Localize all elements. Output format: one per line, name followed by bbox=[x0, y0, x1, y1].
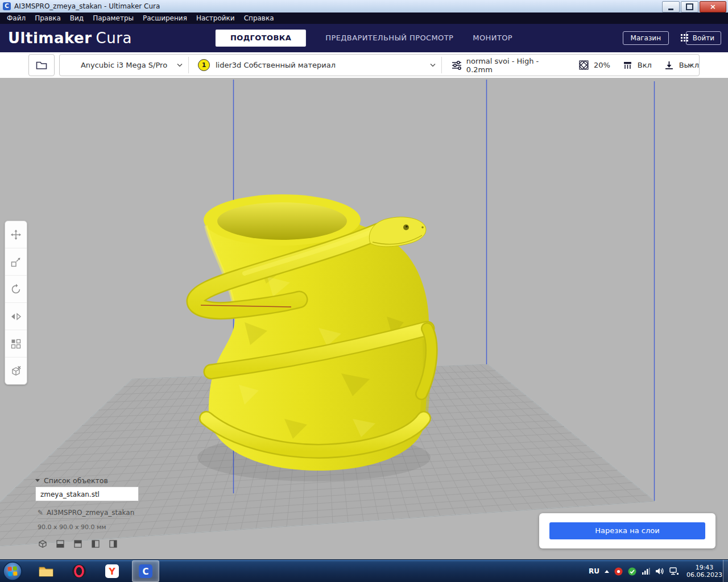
taskbar-cura-button[interactable]: C bbox=[132, 560, 159, 582]
system-tray: RU 19:43 06.06.2023 bbox=[589, 560, 722, 582]
tray-expand-button[interactable] bbox=[605, 570, 609, 573]
move-tool-button[interactable] bbox=[5, 221, 27, 248]
brand-cura: Cura bbox=[96, 30, 132, 47]
view-left-button[interactable] bbox=[89, 538, 102, 550]
taskbar-yandex-button[interactable]: Y bbox=[99, 561, 125, 581]
taskbar: Y C RU bbox=[0, 559, 728, 582]
slice-panel: Нарезка на слои bbox=[539, 513, 715, 548]
material-selector[interactable]: 1 lider3d Собственный материал bbox=[189, 55, 441, 76]
taskbar-clock: 19:43 06.06.2023 bbox=[686, 564, 722, 579]
pencil-icon: ✎ bbox=[38, 509, 43, 517]
slice-button[interactable]: Нарезка на слои bbox=[549, 522, 705, 539]
date-label: 06.06.2023 bbox=[686, 571, 722, 579]
language-indicator[interactable]: RU bbox=[589, 567, 599, 575]
tool-panel bbox=[5, 221, 27, 385]
tab-monitor[interactable]: МОНИТОР bbox=[473, 30, 512, 47]
object-list-toggle[interactable]: Список объектов bbox=[35, 476, 108, 485]
per-model-settings-button[interactable] bbox=[5, 330, 27, 357]
minimize-button[interactable] bbox=[662, 1, 680, 13]
snake-head bbox=[369, 217, 426, 247]
object-list-item[interactable]: zmeya_stakan.stl bbox=[35, 487, 139, 501]
scale-icon bbox=[10, 256, 22, 268]
menu-parameters[interactable]: Параметры bbox=[88, 13, 138, 24]
chevron-down-icon bbox=[35, 479, 40, 482]
window-title: AI3MSPRO_zmeya_stakan - Ultimaker Cura bbox=[14, 2, 160, 10]
window-titlebar[interactable]: C AI3MSPRO_zmeya_stakan - Ultimaker Cura… bbox=[0, 0, 728, 13]
configuration-bar: Anycubic i3 Mega S/Pro 1 lider3d Собстве… bbox=[0, 52, 728, 78]
maximize-icon bbox=[686, 3, 693, 10]
sliders-icon bbox=[451, 60, 462, 70]
taskbar-explorer-button[interactable] bbox=[33, 561, 59, 581]
browser-icon bbox=[72, 564, 86, 579]
print-settings-selector[interactable]: normal svoi - High - 0.2mm 20% bbox=[442, 55, 699, 76]
folder-icon bbox=[35, 60, 48, 71]
chevron-down-icon bbox=[688, 63, 693, 67]
maximize-button[interactable] bbox=[681, 1, 698, 13]
infill-value: 20% bbox=[594, 61, 610, 69]
application-window: C AI3MSPRO_zmeya_stakan - Ultimaker Cura… bbox=[0, 0, 728, 582]
infill-icon bbox=[579, 60, 589, 70]
close-button[interactable]: × bbox=[700, 1, 726, 13]
profile-summary: normal svoi - High - 0.2mm bbox=[466, 57, 566, 74]
material-slot-badge: 1 bbox=[198, 59, 210, 71]
taskbar-browser-button[interactable] bbox=[66, 561, 92, 581]
menu-settings[interactable]: Настройки bbox=[192, 13, 239, 24]
per-model-settings-icon bbox=[10, 338, 22, 350]
mirror-tool-button[interactable] bbox=[5, 302, 27, 330]
rotate-tool-button[interactable] bbox=[5, 275, 27, 302]
project-name: AI3MSPRO_zmeya_stakan bbox=[47, 509, 134, 517]
sign-in-button[interactable]: Войти bbox=[686, 31, 721, 45]
support-blocker-icon bbox=[10, 365, 22, 377]
start-button[interactable] bbox=[2, 560, 23, 582]
update-badge-icon[interactable] bbox=[614, 567, 623, 576]
menu-edit[interactable]: Правка bbox=[30, 13, 65, 24]
project-name-field[interactable]: ✎ AI3MSPRO_zmeya_stakan bbox=[38, 509, 130, 519]
view-3d-icon bbox=[38, 539, 48, 549]
svg-text:C: C bbox=[142, 567, 148, 577]
view-top-button[interactable] bbox=[72, 538, 84, 550]
open-file-button[interactable] bbox=[28, 54, 55, 76]
printer-selector[interactable]: Anycubic i3 Mega S/Pro bbox=[60, 55, 188, 76]
cura-icon: C bbox=[138, 564, 153, 579]
view-right-button[interactable] bbox=[107, 538, 119, 550]
adhesion-icon bbox=[664, 61, 674, 70]
folder-icon bbox=[38, 564, 54, 578]
cura-app-icon: C bbox=[3, 2, 11, 10]
chevron-down-icon bbox=[177, 63, 183, 67]
material-name: lider3d Собственный материал bbox=[216, 61, 336, 69]
menu-extensions[interactable]: Расширения bbox=[138, 13, 192, 24]
cura-logo: UltimakerCura bbox=[8, 30, 132, 47]
view-3d-button[interactable] bbox=[36, 538, 49, 550]
view-front-button[interactable] bbox=[54, 538, 67, 550]
mirror-icon bbox=[10, 311, 22, 322]
move-icon bbox=[10, 229, 22, 240]
view-orientation-row bbox=[36, 538, 119, 550]
support-icon bbox=[623, 61, 632, 70]
windows-start-icon bbox=[2, 560, 23, 582]
show-desktop-button[interactable] bbox=[723, 560, 728, 582]
model-dimensions: 90.0 x 90.0 x 90.0 мм bbox=[38, 523, 106, 531]
minimize-icon bbox=[668, 9, 673, 10]
support-blocker-button[interactable] bbox=[5, 357, 27, 384]
network-icon[interactable] bbox=[669, 567, 679, 575]
app-header: UltimakerCura ПОДГОТОВКА ПРЕДВАРИТЕЛЬНЫЙ… bbox=[0, 24, 728, 52]
model-snake-cup[interactable] bbox=[195, 194, 432, 471]
signal-bars-icon[interactable] bbox=[642, 567, 650, 575]
view-top-icon bbox=[73, 539, 83, 549]
tab-preview[interactable]: ПРЕДВАРИТЕЛЬНЫЙ ПРОСМОТР bbox=[325, 30, 453, 47]
menu-view[interactable]: Вид bbox=[65, 13, 88, 24]
view-left-icon bbox=[90, 539, 101, 549]
menu-help[interactable]: Справка bbox=[239, 13, 279, 24]
marketplace-button[interactable]: Магазин bbox=[623, 31, 669, 45]
volume-icon[interactable] bbox=[655, 567, 664, 575]
scale-tool-button[interactable] bbox=[5, 248, 27, 275]
menu-file[interactable]: Файл bbox=[2, 13, 30, 24]
taskbar-apps: Y C bbox=[33, 560, 159, 582]
brand-ultimaker: Ultimaker bbox=[8, 30, 92, 47]
antivirus-shield-icon[interactable] bbox=[628, 567, 636, 576]
view-front-icon bbox=[55, 539, 65, 549]
object-list-title: Список объектов bbox=[44, 476, 108, 485]
tab-prepare[interactable]: ПОДГОТОВКА bbox=[216, 30, 306, 47]
yandex-icon: Y bbox=[105, 564, 119, 579]
svg-text:Y: Y bbox=[108, 566, 115, 577]
